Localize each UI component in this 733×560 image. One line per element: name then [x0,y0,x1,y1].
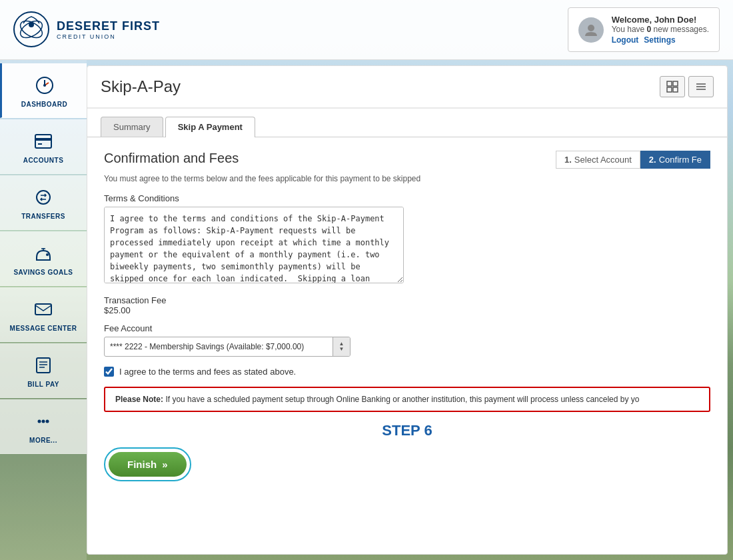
sidebar-item-label: MESSAGE CENTER [10,325,77,332]
tab-skip-a-payment[interactable]: Skip A Payment [165,117,255,137]
breadcrumb-steps: 1. Select Account 2. Confirm Fe [556,151,710,169]
content-body: Confirmation and Fees 1. Select Account … [87,137,727,501]
settings-link[interactable]: Settings [644,35,675,45]
billpay-icon [31,353,55,377]
svg-point-2 [17,17,45,41]
select-arrows: ▲ ▼ [333,337,350,356]
main-layout: DASHBOARD ACCOUNTS TRANSFERS [0,60,733,560]
user-panel: Welcome, John Doe! You have 0 new messag… [568,7,720,52]
user-links: Logout Settings [612,35,709,45]
new-messages-count: 0 [647,25,652,34]
checkbox-label[interactable]: I agree to the terms and fees as stated … [119,367,296,377]
svg-rect-22 [667,87,672,92]
page-title: Skip-A-Pay [101,77,181,96]
user-info: Welcome, John Doe! You have 0 new messag… [612,15,709,45]
step6-label: STEP 6 [104,422,710,439]
content-area: Skip-A-Pay [87,65,728,555]
svg-rect-12 [35,304,51,315]
logo-area: DESERET FIRST CREDIT UNION [13,11,160,48]
svg-point-10 [37,191,50,204]
finish-button-wrapper: Finish » [104,447,191,481]
accounts-icon [31,129,55,153]
sidebar-item-label: MORE... [29,437,57,444]
view-toggle-buttons [660,76,714,97]
sidebar-item-label: DASHBOARD [21,101,68,108]
sidebar-item-label: TRANSFERS [21,213,65,220]
content-header: Skip-A-Pay [87,66,727,109]
step2-label: Confirm Fe [659,155,702,165]
fee-account-label: Fee Account [104,323,710,333]
svg-rect-20 [667,81,672,86]
terms-textarea[interactable] [104,207,404,283]
more-icon [31,409,55,433]
dashboard-icon [33,73,57,97]
sidebar-item-dashboard[interactable]: DASHBOARD [0,63,87,118]
svg-point-17 [38,419,41,423]
section-header-row: Confirmation and Fees 1. Select Account … [104,151,710,169]
please-note-detail: If you have a scheduled payment setup th… [165,395,639,404]
tab-bar: Summary Skip A Payment [87,109,727,137]
svg-rect-21 [673,81,678,86]
breadcrumb-step2: 2. Confirm Fe [640,151,710,169]
list-view-button[interactable] [688,76,714,97]
welcome-message: Welcome, John Doe! [612,15,709,25]
terms-conditions-label: Terms & Conditions [104,193,710,203]
transaction-fee-value: $25.00 [104,305,710,315]
svg-point-6 [43,84,46,87]
message-icon [31,297,55,321]
logo-icon [13,11,50,48]
brand-sub: CREDIT UNION [57,33,160,40]
svg-point-0 [14,12,49,47]
section-title: Confirmation and Fees [104,151,239,166]
sidebar-item-label: ACCOUNTS [23,157,64,164]
svg-rect-7 [35,135,51,148]
grid-view-button[interactable] [660,76,685,97]
breadcrumb-step1: 1. Select Account [556,151,640,169]
logout-link[interactable]: Logout [612,35,639,45]
transaction-fee-label: Transaction Fee [104,295,710,305]
sidebar-item-more[interactable]: MORE... [0,399,87,454]
tab-summary[interactable]: Summary [101,117,163,137]
section-description: You must agree to the terms below and th… [104,174,710,183]
svg-point-3 [29,22,34,27]
svg-point-19 [46,419,49,423]
svg-rect-8 [35,138,51,141]
svg-point-4 [588,25,594,31]
sidebar-item-message-center[interactable]: MESSAGE CENTER [0,287,87,342]
sidebar-item-label: SAVINGS GOALS [13,269,73,276]
savings-icon [31,241,55,265]
agree-checkbox[interactable] [104,367,114,377]
finish-button[interactable]: Finish » [109,452,187,477]
sidebar-item-accounts[interactable]: ACCOUNTS [0,119,87,174]
please-note-box: Please Note: If you have a scheduled pay… [104,387,710,412]
svg-rect-23 [673,87,678,92]
transfers-icon [31,185,55,209]
checkbox-row: I agree to the terms and fees as stated … [104,367,710,377]
svg-rect-13 [37,358,50,373]
header: DESERET FIRST CREDIT UNION Welcome, John… [0,0,733,60]
sidebar-item-savings-goals[interactable]: SAVINGS GOALS [0,231,87,286]
svg-point-11 [46,253,49,256]
sidebar-item-transfers[interactable]: TRANSFERS [0,175,87,230]
sidebar-item-bill-pay[interactable]: BILL PAY [0,343,87,398]
svg-point-18 [42,419,45,423]
step1-label: Select Account [574,155,632,165]
finish-label: Finish [127,459,157,470]
logo-text: DESERET FIRST CREDIT UNION [57,19,160,40]
avatar [578,17,604,43]
fee-account-select[interactable]: **** 2222 - Membership Savings (Availabl… [105,338,333,355]
step1-num: 1. [564,155,572,165]
finish-arrows: » [162,459,167,470]
step2-num: 2. [649,155,656,165]
fee-account-select-container: **** 2222 - Membership Savings (Availabl… [104,337,351,357]
messages-count-text: You have 0 new messages. [612,25,709,34]
sidebar-item-label: BILL PAY [27,381,59,388]
please-note-bold: Please Note: [115,395,163,404]
sidebar: DASHBOARD ACCOUNTS TRANSFERS [0,60,87,560]
brand-name: DESERET FIRST [57,19,160,33]
